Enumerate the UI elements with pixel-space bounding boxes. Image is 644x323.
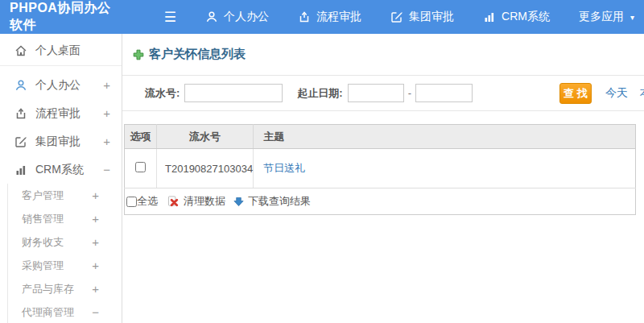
serial-number-input[interactable] — [184, 84, 283, 102]
sidebar-item-personal-desktop[interactable]: 个人桌面 — [0, 39, 122, 63]
sidebar: 个人桌面 个人办公 + 流程审批 + 集团审批 + CRM系统 − 客户管理 + — [0, 34, 122, 323]
sidebar-item-personal-office[interactable]: 个人办公 + — [0, 71, 122, 99]
collapse-minus-icon[interactable]: − — [92, 305, 99, 319]
caret-down-icon: ▾ — [630, 13, 634, 22]
table-row: T20190827103034 节日送礼 — [125, 149, 636, 188]
expand-plus-icon[interactable]: + — [92, 259, 99, 272]
submenu-item-sales-mgmt[interactable]: 销售管理 + — [8, 207, 122, 230]
row-option-cell — [125, 149, 157, 188]
submenu-item-products-inventory[interactable]: 产品与库存 + — [8, 277, 122, 300]
download-arrow-icon[interactable] — [233, 197, 244, 207]
edit-icon — [14, 135, 27, 148]
table-footer-actions: 全选 清理数据 下载查询结果 — [125, 194, 635, 209]
submenu-item-agent-mgmt[interactable]: 代理商管理 − — [8, 300, 122, 323]
select-all-label: 全选 — [137, 194, 158, 209]
person-icon — [14, 79, 27, 92]
page-title: 客户关怀信息列表 — [149, 47, 246, 62]
submenu-item-label: 采购管理 — [22, 259, 64, 273]
expand-plus-icon[interactable]: + — [92, 212, 99, 226]
nav-crm-system[interactable]: CRM系统 — [483, 10, 550, 24]
edit-icon — [390, 10, 403, 23]
expand-plus-icon[interactable]: + — [103, 78, 110, 92]
clear-data-link[interactable]: 清理数据 — [184, 194, 225, 209]
nav-more-apps[interactable]: 更多应用 ▾ — [579, 10, 634, 24]
sidebar-item-crm-system[interactable]: CRM系统 − — [0, 155, 122, 184]
search-bar: 流水号: 起止日期: - 查找 今天 本周 — [122, 75, 644, 111]
serial-number-label: 流水号: — [145, 86, 180, 101]
column-header-serial: 流水号 — [157, 125, 254, 149]
expand-plus-icon[interactable]: + — [103, 106, 110, 120]
title-row: 客户关怀信息列表 — [122, 34, 644, 75]
sidebar-item-label: 集团审批 — [35, 135, 80, 149]
person-icon — [205, 10, 218, 23]
nav-label: 集团审批 — [409, 10, 454, 24]
submenu-item-label: 客户管理 — [22, 188, 64, 203]
date-to-input[interactable] — [415, 84, 473, 102]
expand-plus-icon[interactable]: + — [92, 282, 99, 296]
subject-link[interactable]: 节日送礼 — [263, 162, 305, 174]
nav-label: 个人办公 — [224, 10, 269, 24]
top-nav: 个人办公 流程审批 集团审批 CRM系统 更多应用 ▾ — [176, 10, 634, 24]
hamburger-menu-icon[interactable]: ☰ — [164, 10, 176, 24]
column-header-option: 选项 — [125, 125, 157, 149]
nav-label: 流程审批 — [316, 10, 361, 24]
home-icon — [14, 44, 27, 57]
submenu-item-purchasing[interactable]: 采购管理 + — [8, 254, 122, 277]
table-header-row: 选项 流水号 主题 — [125, 125, 636, 149]
expand-plus-icon[interactable]: + — [103, 135, 110, 148]
crm-submenu: 客户管理 + 销售管理 + 财务收支 + 采购管理 + 产品与库存 + 代理商管… — [7, 184, 122, 323]
collapse-minus-icon[interactable]: − — [103, 163, 110, 176]
row-checkbox[interactable] — [135, 162, 146, 172]
date-range-label: 起止日期: — [297, 86, 342, 101]
sidebar-item-label: 流程审批 — [35, 106, 80, 121]
quick-link-this-week[interactable]: 本周 — [640, 86, 644, 101]
sidebar-item-label: 个人桌面 — [35, 43, 80, 58]
main-content: 客户关怀信息列表 流水号: 起止日期: - 查找 今天 本周 选项 流水号 主题 — [122, 34, 644, 323]
sidebar-item-group-approval[interactable]: 集团审批 + — [0, 127, 122, 155]
submenu-item-finance[interactable]: 财务收支 + — [8, 230, 122, 254]
sidebar-divider — [0, 65, 122, 66]
nav-personal-office[interactable]: 个人办公 — [205, 10, 269, 24]
quick-link-today[interactable]: 今天 — [605, 86, 628, 101]
submenu-item-label: 财务收支 — [22, 235, 64, 250]
results-table: 选项 流水号 主题 T20190827103034 节日送礼 — [124, 124, 636, 215]
workflow-icon — [298, 10, 311, 23]
expand-plus-icon[interactable]: + — [92, 235, 99, 249]
table-footer-row: 全选 清理数据 下载查询结果 — [125, 188, 636, 215]
sidebar-item-label: 个人办公 — [35, 78, 80, 93]
row-subject-cell: 节日送礼 — [254, 149, 636, 188]
download-results-link[interactable]: 下载查询结果 — [248, 194, 311, 209]
top-header: PHPOA协同办公软件 ☰ 个人办公 流程审批 集团审批 CRM系统 更多应用 … — [0, 0, 644, 34]
add-icon[interactable] — [133, 49, 144, 60]
submenu-item-customer-mgmt[interactable]: 客户管理 + — [8, 184, 122, 207]
column-header-subject: 主题 — [254, 125, 636, 149]
search-button[interactable]: 查找 — [559, 83, 592, 104]
nav-workflow-approval[interactable]: 流程审批 — [298, 10, 361, 24]
workflow-icon — [14, 107, 27, 120]
sidebar-item-workflow-approval[interactable]: 流程审批 + — [0, 99, 122, 127]
sidebar-item-label: CRM系统 — [35, 163, 84, 177]
date-range-dash: - — [408, 87, 411, 99]
expand-plus-icon[interactable]: + — [92, 188, 99, 202]
submenu-item-label: 产品与库存 — [22, 282, 74, 296]
bar-chart-icon — [483, 10, 496, 23]
nav-group-approval[interactable]: 集团审批 — [390, 10, 454, 24]
row-serial-cell: T20190827103034 — [157, 149, 254, 188]
app-logo: PHPOA协同办公软件 — [10, 0, 118, 34]
submenu-item-label: 销售管理 — [22, 212, 64, 226]
submenu-item-label: 代理商管理 — [22, 305, 74, 320]
nav-label: CRM系统 — [502, 10, 550, 24]
clear-data-icon[interactable] — [167, 196, 180, 208]
date-from-input[interactable] — [348, 84, 404, 102]
select-all-checkbox[interactable] — [126, 197, 137, 207]
nav-label: 更多应用 — [579, 10, 624, 24]
bar-chart-icon — [14, 164, 27, 176]
